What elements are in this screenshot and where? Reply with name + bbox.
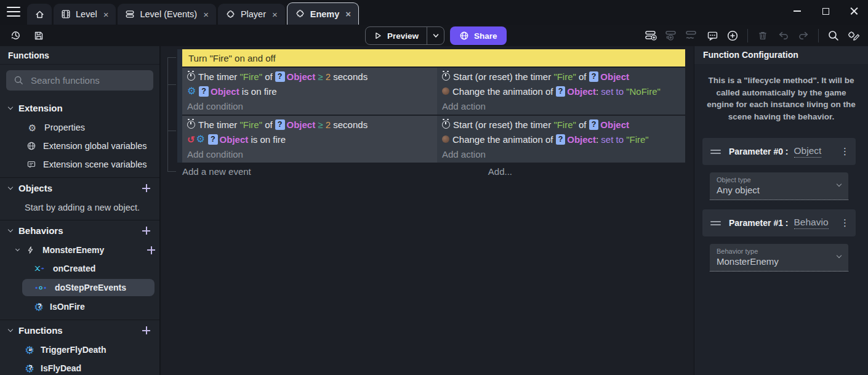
section-extension[interactable]: Extension: [0, 98, 159, 118]
add-new-event-link[interactable]: Add a new event: [182, 166, 251, 177]
timer-icon: [187, 73, 195, 81]
kebab-icon[interactable]: ⋮: [840, 217, 850, 228]
timer-icon: [442, 121, 450, 129]
minimize-button[interactable]: [783, 0, 811, 22]
tab-bar: Level × Level (Events) × Player × Enemy …: [0, 0, 868, 25]
circle-plus-icon[interactable]: [725, 28, 741, 44]
event-text: Change the animation of: [452, 134, 556, 145]
history-icon[interactable]: [7, 28, 23, 44]
trash-icon[interactable]: [755, 28, 771, 44]
event-text: "Fire": [626, 134, 648, 145]
tab-home[interactable]: [27, 4, 52, 25]
object-param-badge: [199, 86, 209, 97]
action[interactable]: Change the animation of Object: set to "…: [442, 84, 685, 99]
actions-column: Start (or reset) the timer "Fire" of Obj…: [437, 68, 685, 115]
add-more-link[interactable]: Add...: [488, 166, 512, 177]
parameter-1-name[interactable]: Behavio: [794, 217, 829, 229]
condition[interactable]: Object is on fire: [187, 132, 437, 147]
search-icon[interactable]: [826, 28, 842, 44]
gear-icon: ⚙: [27, 123, 38, 132]
sidebar-item-global-variables[interactable]: Extension global variables: [0, 137, 159, 155]
maximize-button[interactable]: [811, 0, 840, 22]
add-event-icon[interactable]: [643, 28, 659, 44]
event-text: seconds: [331, 71, 368, 82]
toggle-comment-icon[interactable]: [704, 28, 720, 44]
add-action-link[interactable]: Add action: [442, 147, 685, 161]
chevron-down-icon: [837, 182, 842, 187]
behavior-icon: [196, 134, 205, 144]
close-icon[interactable]: ×: [103, 9, 109, 20]
condition[interactable]: The timer "Fire" of Object ≥ 2 seconds: [187, 117, 437, 132]
add-subevent-icon[interactable]: [664, 28, 680, 44]
redo-icon[interactable]: [795, 28, 811, 44]
sidebar-item-scene-variables[interactable]: Extension scene variables: [0, 155, 159, 174]
tab-enemy[interactable]: Enemy ×: [287, 2, 359, 25]
action[interactable]: Start (or reset) the timer "Fire" of Obj…: [442, 69, 685, 84]
tab-level-events[interactable]: Level (Events) ×: [118, 4, 215, 25]
close-button[interactable]: [840, 0, 868, 22]
tab-player[interactable]: Player ×: [218, 4, 285, 25]
event-text: "Fire": [553, 119, 576, 130]
event-text: The timer: [198, 119, 240, 130]
share-button[interactable]: Share: [450, 26, 507, 45]
condition[interactable]: The timer "Fire" of Object ≥ 2 seconds: [187, 69, 437, 84]
section-functions[interactable]: Functions: [0, 320, 159, 341]
sidebar-item-triggerflydeath[interactable]: ⚙» TriggerFlyDeath: [0, 341, 159, 359]
add-condition-link[interactable]: Add condition: [187, 147, 437, 161]
preview-dropdown-button[interactable]: [427, 27, 444, 44]
tabs: Level × Level (Events) × Player × Enemy …: [27, 2, 359, 25]
section-objects[interactable]: Objects: [0, 178, 159, 198]
sidebar-item-isflydead[interactable]: ⚙? IsFlyDead: [0, 359, 159, 375]
parameter-0-card[interactable]: Parameter #0 : Object ⋮: [702, 138, 856, 165]
event-text: Object: [600, 71, 629, 82]
events-sheet-icon: [125, 9, 135, 19]
close-icon[interactable]: ×: [345, 9, 351, 19]
behavior-monsterenemy[interactable]: MonsterEnemy: [0, 241, 159, 259]
sidebar-item-oncreated[interactable]: onCreated: [0, 259, 159, 278]
event-text: Object: [211, 86, 239, 97]
objects-empty-hint: Start by adding a new object.: [0, 198, 159, 217]
add-behavior-function-button[interactable]: [147, 246, 156, 255]
condition[interactable]: Object is on fire: [187, 84, 437, 99]
sidebar-item-dosteppreevents[interactable]: doStepPreEvents: [22, 279, 155, 296]
event-comment[interactable]: Turn "Fire" on and off: [182, 49, 685, 67]
drag-handle-icon[interactable]: [710, 221, 721, 225]
conditions-column: The timer "Fire" of Object ≥ 2 seconds O…: [182, 116, 437, 163]
tab-level[interactable]: Level ×: [54, 4, 116, 25]
edit-extension-icon[interactable]: [846, 28, 862, 44]
preview-button[interactable]: Preview: [365, 26, 444, 45]
drag-handle-icon[interactable]: [710, 150, 721, 154]
chevron-down-icon: [837, 253, 842, 258]
object-type-select[interactable]: Object type Any object: [710, 172, 848, 200]
event-text: Object: [600, 119, 629, 130]
parameter-0-name[interactable]: Object: [794, 145, 822, 158]
search-functions-box[interactable]: [6, 70, 153, 91]
action[interactable]: Start (or reset) the timer "Fire" of Obj…: [442, 117, 685, 132]
behavior-type-select[interactable]: Behavior type MonsterEnemy: [710, 244, 848, 272]
shuffle-icon: [34, 265, 45, 272]
add-object-button[interactable]: [142, 183, 151, 193]
object-param-badge: [208, 134, 218, 145]
undo-icon[interactable]: [775, 28, 791, 44]
panel-title: Function Configuration: [694, 46, 868, 64]
sidebar-item-isonfire[interactable]: ⚙? IsOnFire: [0, 297, 159, 316]
add-function-button[interactable]: [142, 326, 151, 335]
puzzle-icon: [225, 9, 236, 20]
save-icon[interactable]: [31, 28, 47, 44]
anim-icon: [442, 87, 449, 95]
section-behaviors[interactable]: Behaviors: [0, 220, 159, 241]
sidebar-item-properties[interactable]: ⚙ Properties: [0, 118, 159, 137]
hamburger-icon[interactable]: [7, 7, 20, 17]
add-condition-link[interactable]: Add condition: [187, 99, 437, 113]
action[interactable]: Change the animation of Object: set to "…: [442, 132, 685, 147]
kebab-icon[interactable]: ⋮: [840, 146, 850, 157]
add-behavior-button[interactable]: [142, 226, 151, 235]
parameter-1-card[interactable]: Parameter #1 : Behavio ⋮: [702, 209, 856, 236]
add-action-link[interactable]: Add action: [442, 99, 685, 113]
close-icon[interactable]: ×: [272, 9, 278, 20]
search-input[interactable]: [31, 75, 135, 86]
add-other-event-icon[interactable]: [684, 28, 700, 44]
event-text: :: [596, 86, 601, 97]
close-icon[interactable]: ×: [203, 9, 209, 20]
event-text: Object: [287, 119, 316, 130]
